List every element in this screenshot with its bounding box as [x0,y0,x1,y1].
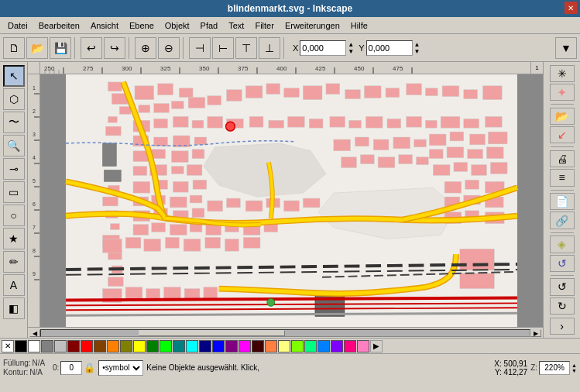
y-input[interactable] [366,40,413,56]
color-black[interactable] [15,340,27,352]
color-skyblue[interactable] [317,340,330,352]
align-left-button[interactable]: ⊣ [189,37,211,59]
menu-bearbeiten[interactable]: Bearbeiten [34,19,84,32]
chevron-right-button[interactable]: › [550,318,575,335]
menu-filter[interactable]: Filter [250,19,278,32]
color-cyan[interactable] [186,340,198,352]
menu-hilfe[interactable]: Hilfe [346,19,372,32]
sep2 [129,37,132,59]
color-purple[interactable] [225,340,238,352]
svg-text:3: 3 [33,132,36,137]
scrollbar-track[interactable] [40,329,530,337]
opacity-input[interactable] [60,361,82,375]
tweak-tool-button[interactable]: 〜 [3,112,25,133]
close-button[interactable]: ✕ [565,2,577,14]
export-button[interactable]: 📄 [550,193,575,210]
redo-button[interactable]: ↪ [104,37,125,59]
rect-tool-button[interactable]: ▭ [3,181,25,203]
color-violet[interactable] [331,340,343,352]
menu-erweiterungen[interactable]: Erweiterungen [280,19,345,32]
y-spinner[interactable]: ▲▼ [414,41,420,55]
x-input[interactable] [300,40,346,56]
color-lightyellow[interactable] [278,340,290,352]
save-button[interactable]: 💾 [50,37,71,59]
x-spinner[interactable]: ▲▼ [348,41,354,55]
zoom-tool-button[interactable]: 🔍 [3,135,25,156]
color-red[interactable] [81,340,93,352]
undo-right-button[interactable]: ↺ [550,278,575,295]
overflow-button[interactable]: ▼ [555,37,577,59]
horizontal-scrollbar[interactable]: ◀ ▶ [28,327,543,338]
color-darkorange[interactable] [94,340,106,352]
menu-ansicht[interactable]: Ansicht [86,19,123,32]
pencil-tool-button[interactable]: ✏ [3,251,25,273]
snap-button-2[interactable]: ✦ [550,84,575,101]
redo-right-button[interactable]: ↻ [550,297,575,315]
symbol-selector[interactable]: •symbol [98,360,143,376]
svg-rect-121 [393,137,410,149]
color-lightgreen[interactable] [291,340,304,352]
scrollbar-thumb[interactable] [139,330,285,336]
text-tool-button[interactable]: A [3,274,25,296]
snap-button-1[interactable]: ✳ [550,65,575,82]
color-olive[interactable] [120,340,132,352]
color-teal[interactable] [173,340,185,352]
select-tool-button[interactable]: ↖ [3,65,25,87]
curve-button[interactable]: ↺ [550,255,575,272]
svg-rect-79 [442,86,459,97]
color-lightorange[interactable] [265,340,277,352]
svg-rect-111 [447,147,464,158]
color-hotpink[interactable] [344,340,356,352]
node-tool-button[interactable]: ⬡ [3,88,25,110]
svg-rect-92 [330,116,345,127]
menu-datei[interactable]: Datei [3,19,33,32]
palette-scroll-right[interactable]: ▶ [370,340,383,352]
color-brown[interactable] [252,340,264,352]
menu-ebene[interactable]: Ebene [125,19,159,32]
color-blue[interactable] [212,340,225,352]
scroll-right-button[interactable]: ▶ [530,329,541,337]
color-gray1[interactable] [41,340,53,352]
undo-button[interactable]: ↩ [81,37,102,59]
open-button-right[interactable]: 📂 [550,108,575,125]
map-canvas[interactable] [40,74,543,327]
link-button[interactable]: 🔗 [550,211,575,229]
color-lightpink[interactable] [357,340,369,352]
new-button[interactable]: 🗋 [3,37,25,59]
color-white[interactable] [28,340,40,352]
star-tool-button[interactable]: ★ [3,228,25,249]
gradient-tool-button[interactable]: ◧ [3,297,25,319]
open-button[interactable]: 📂 [26,37,48,59]
color-gray2[interactable] [54,340,67,352]
svg-rect-171 [144,239,161,251]
settings-button[interactable]: ≡ [550,169,575,186]
align-top-button[interactable]: ⊥ [259,37,280,59]
gradient-button[interactable]: ◈ [550,236,575,253]
no-color-button[interactable]: ✕ [2,340,14,352]
menu-text[interactable]: Text [224,19,249,32]
zoom-spinner[interactable]: ▲▼ [571,363,577,373]
zoom-in-button[interactable]: ⊕ [135,37,156,59]
color-mintgreen[interactable] [304,340,317,352]
ruler-left-svg: 1 2 3 4 5 6 7 8 9 [28,74,40,327]
svg-rect-144 [190,195,202,203]
zoom-input[interactable] [539,361,570,375]
print-button[interactable]: 🖨 [550,150,575,167]
menu-objekt[interactable]: Objekt [160,19,194,32]
circle-tool-button[interactable]: ○ [3,205,25,226]
color-magenta[interactable] [239,340,251,352]
color-darkred[interactable] [67,340,80,352]
arrow-button-1[interactable]: ↙ [550,126,575,143]
align-center-button[interactable]: ⊢ [212,37,234,59]
color-green[interactable] [160,340,172,352]
zoom-out-button[interactable]: ⊖ [158,37,180,59]
page-indicator[interactable]: 1 [530,62,543,74]
color-darkgreen[interactable] [146,340,159,352]
color-navy[interactable] [199,340,211,352]
measure-tool-button[interactable]: ⊸ [3,158,25,180]
scroll-left-button[interactable]: ◀ [29,329,40,337]
color-orange[interactable] [107,340,119,352]
menu-pfad[interactable]: Pfad [196,19,223,32]
align-right-button[interactable]: ⊤ [235,37,257,59]
color-yellow[interactable] [133,340,146,352]
